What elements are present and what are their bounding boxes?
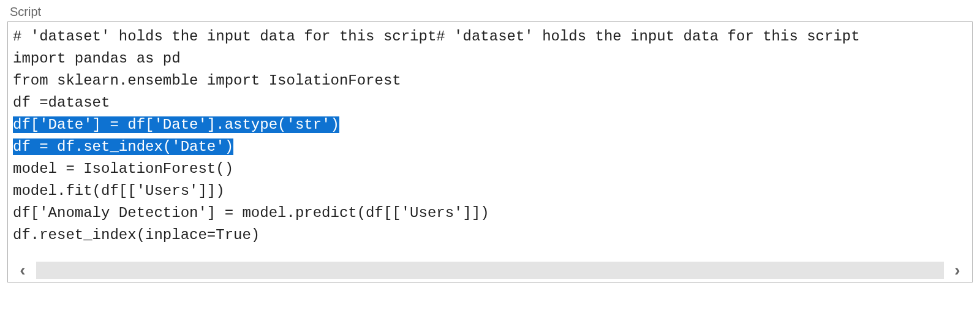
scroll-track[interactable] bbox=[36, 262, 944, 279]
script-section-label: Script bbox=[7, 5, 973, 19]
code-line[interactable]: model.fit(df[['Users']]) bbox=[13, 180, 967, 202]
code-line[interactable]: df.reset_index(inplace=True) bbox=[13, 224, 967, 246]
scroll-thumb[interactable] bbox=[36, 262, 944, 279]
selected-text[interactable]: df['Date'] = df['Date'].astype('str') bbox=[13, 116, 339, 133]
script-editor[interactable]: # 'dataset' holds the input data for thi… bbox=[7, 21, 973, 282]
selected-text[interactable]: df = df.set_index('Date') bbox=[13, 138, 233, 155]
code-line[interactable]: df['Anomaly Detection'] = model.predict(… bbox=[13, 202, 967, 224]
scroll-right-arrow-icon[interactable]: › bbox=[946, 259, 968, 281]
code-line[interactable]: df = df.set_index('Date') bbox=[13, 136, 967, 158]
code-line[interactable]: from sklearn.ensemble import IsolationFo… bbox=[13, 70, 967, 92]
scroll-left-arrow-icon[interactable]: ‹ bbox=[12, 259, 34, 281]
code-line[interactable]: df['Date'] = df['Date'].astype('str') bbox=[13, 114, 967, 136]
code-line[interactable]: df =dataset bbox=[13, 92, 967, 114]
code-line[interactable]: # 'dataset' holds the input data for thi… bbox=[13, 26, 967, 48]
code-line[interactable]: import pandas as pd bbox=[13, 48, 967, 70]
script-code-area[interactable]: # 'dataset' holds the input data for thi… bbox=[8, 22, 972, 259]
horizontal-scrollbar[interactable]: ‹ › bbox=[8, 259, 972, 282]
code-line[interactable]: model = IsolationForest() bbox=[13, 158, 967, 180]
